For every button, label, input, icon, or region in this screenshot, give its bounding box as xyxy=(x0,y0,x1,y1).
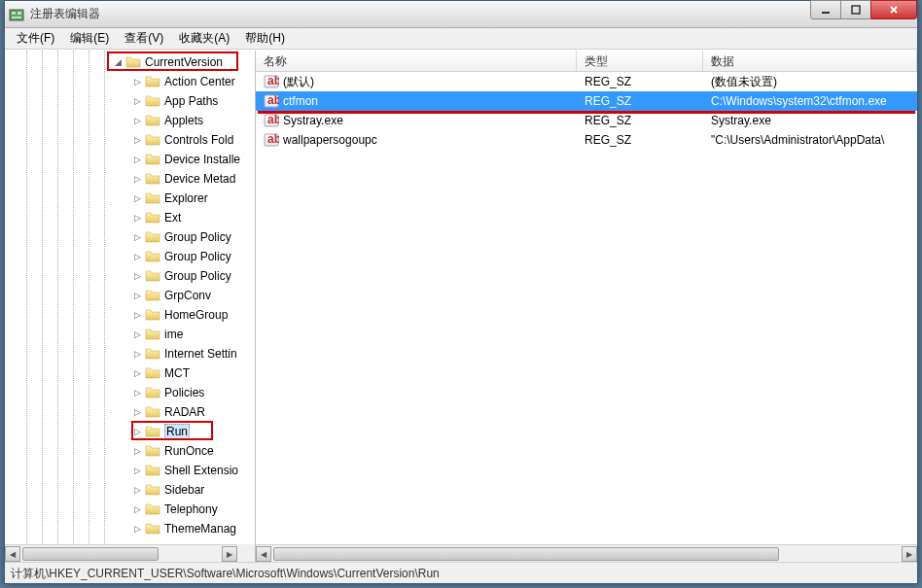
folder-icon xyxy=(145,483,160,497)
column-name[interactable]: 名称 xyxy=(256,51,577,71)
menu-help[interactable]: 帮助(H) xyxy=(237,28,293,49)
tree-node[interactable]: ▷Policies xyxy=(5,383,255,402)
expander-icon[interactable]: ▷ xyxy=(131,309,143,321)
expander-icon[interactable]: ▷ xyxy=(131,348,143,360)
tree-node[interactable]: ▷Telephony xyxy=(5,500,255,519)
tree-node[interactable]: ▷Device Installe xyxy=(5,150,255,169)
tree-node[interactable]: ▷Run xyxy=(5,422,255,441)
list-horizontal-scrollbar[interactable]: ◀ ▶ xyxy=(256,544,917,562)
scroll-left-button[interactable]: ◀ xyxy=(256,546,271,562)
list-row[interactable]: abwallpapersogoupcREG_SZ"C:\Users\Admini… xyxy=(256,130,917,150)
tree-node[interactable]: ▷Device Metad xyxy=(5,169,255,189)
tree-node[interactable]: ▷ThemeManag xyxy=(5,519,255,538)
value-data: (数值未设置) xyxy=(703,74,917,90)
value-name: wallpapersogoupc xyxy=(283,133,377,147)
minimize-button[interactable] xyxy=(810,0,841,19)
value-type: REG_SZ xyxy=(577,114,703,127)
expander-icon[interactable]: ▷ xyxy=(131,154,143,165)
scroll-right-button[interactable]: ▶ xyxy=(222,546,237,562)
column-type[interactable]: 类型 xyxy=(577,51,703,71)
scroll-right-button[interactable]: ▶ xyxy=(902,546,917,562)
tree-node[interactable]: ▷Group Policy xyxy=(5,266,255,286)
tree-node[interactable]: ▷MCT xyxy=(5,363,255,383)
list-row[interactable]: ab(默认)REG_SZ(数值未设置) xyxy=(256,72,917,91)
titlebar[interactable]: 注册表编辑器 xyxy=(5,1,917,28)
value-type: REG_SZ xyxy=(577,94,703,108)
expander-icon[interactable]: ▷ xyxy=(131,426,143,437)
expander-icon[interactable]: ▷ xyxy=(131,387,143,398)
expander-icon[interactable]: ▷ xyxy=(131,212,143,224)
expander-icon[interactable]: ▷ xyxy=(131,367,143,379)
tree-node[interactable]: ▷Group Policy xyxy=(5,227,255,247)
tree-node[interactable]: ▷Sidebar xyxy=(5,480,255,500)
scroll-thumb[interactable] xyxy=(273,547,779,561)
list-pane[interactable]: 名称 类型 数据 ab(默认)REG_SZ(数值未设置)abctfmonREG_… xyxy=(256,51,917,562)
tree-node[interactable]: ▷Internet Settin xyxy=(5,344,255,363)
close-button[interactable] xyxy=(870,0,917,19)
list-row[interactable]: abSystray.exeREG_SZSystray.exe xyxy=(256,111,917,130)
menu-favorites[interactable]: 收藏夹(A) xyxy=(171,28,237,49)
expander-icon[interactable]: ▷ xyxy=(131,503,143,515)
expander-icon[interactable]: ▷ xyxy=(131,445,143,457)
expander-icon[interactable]: ▷ xyxy=(131,406,143,418)
folder-icon xyxy=(125,55,141,69)
list-row[interactable]: abctfmonREG_SZC:\Windows\system32\ctfmon… xyxy=(256,91,917,111)
expander-icon[interactable]: ▷ xyxy=(131,484,143,496)
tree-node[interactable]: ▷Ext xyxy=(5,208,255,227)
folder-icon xyxy=(145,522,160,536)
menu-view[interactable]: 查看(V) xyxy=(117,28,171,49)
expander-icon[interactable]: ▷ xyxy=(131,192,143,204)
expander-icon[interactable]: ◢ xyxy=(112,56,124,68)
menu-edit[interactable]: 编辑(E) xyxy=(62,28,117,49)
tree-node[interactable]: ▷App Paths xyxy=(5,91,255,111)
tree-node[interactable]: ▷Shell Extensio xyxy=(5,461,255,480)
folder-icon xyxy=(145,405,160,419)
tree-label: MCT xyxy=(164,366,190,380)
folder-icon xyxy=(145,230,160,244)
expander-icon[interactable]: ▷ xyxy=(131,95,143,107)
maximize-button[interactable] xyxy=(840,0,871,19)
tree-node[interactable]: ▷Group Policy xyxy=(5,247,255,266)
tree-node[interactable]: ▷RADAR xyxy=(5,402,255,422)
menubar: 文件(F) 编辑(E) 查看(V) 收藏夹(A) 帮助(H) xyxy=(5,28,917,50)
folder-icon xyxy=(145,94,160,108)
svg-text:ab: ab xyxy=(267,74,279,87)
expander-icon[interactable]: ▷ xyxy=(131,231,143,243)
tree-label: Internet Settin xyxy=(164,347,237,361)
tree-label: Device Metad xyxy=(164,172,235,186)
scroll-thumb[interactable] xyxy=(22,547,159,561)
tree-node[interactable]: ▷Explorer xyxy=(5,189,255,208)
tree-node[interactable]: ▷HomeGroup xyxy=(5,305,255,325)
expander-icon[interactable]: ▷ xyxy=(131,290,143,301)
expander-icon[interactable]: ▷ xyxy=(131,115,143,126)
tree-label: Shell Extensio xyxy=(164,464,238,477)
expander-icon[interactable]: ▷ xyxy=(131,523,143,535)
tree-pane[interactable]: ◢ CurrentVersion ▷Action Center▷App Path… xyxy=(5,51,256,562)
tree-node[interactable]: ▷RunOnce xyxy=(5,441,255,461)
folder-icon xyxy=(145,464,160,477)
tree-label: Group Policy xyxy=(164,250,231,263)
expander-icon[interactable]: ▷ xyxy=(131,465,143,476)
expander-icon[interactable]: ▷ xyxy=(131,251,143,262)
tree-label: RunOnce xyxy=(164,444,214,458)
folder-icon xyxy=(145,444,160,458)
expander-icon[interactable]: ▷ xyxy=(131,173,143,185)
expander-icon[interactable]: ▷ xyxy=(131,134,143,146)
svg-rect-5 xyxy=(852,6,860,14)
tree-node-currentversion[interactable]: ◢ CurrentVersion xyxy=(5,52,255,72)
tree-label: Applets xyxy=(164,114,203,127)
scroll-left-button[interactable]: ◀ xyxy=(5,546,20,562)
tree-node[interactable]: ▷Controls Fold xyxy=(5,130,255,150)
tree-node[interactable]: ▷Applets xyxy=(5,111,255,130)
tree-horizontal-scrollbar[interactable]: ◀ ▶ xyxy=(5,544,237,562)
expander-icon[interactable]: ▷ xyxy=(131,329,143,340)
expander-icon[interactable]: ▷ xyxy=(131,270,143,282)
menu-file[interactable]: 文件(F) xyxy=(9,28,62,49)
column-data[interactable]: 数据 xyxy=(703,51,917,71)
svg-rect-1 xyxy=(12,12,16,15)
expander-icon[interactable]: ▷ xyxy=(131,76,143,87)
tree-node[interactable]: ▷Action Center xyxy=(5,72,255,91)
tree-node[interactable]: ▷GrpConv xyxy=(5,286,255,305)
tree-label: Controls Fold xyxy=(164,133,233,147)
tree-node[interactable]: ▷ime xyxy=(5,325,255,344)
